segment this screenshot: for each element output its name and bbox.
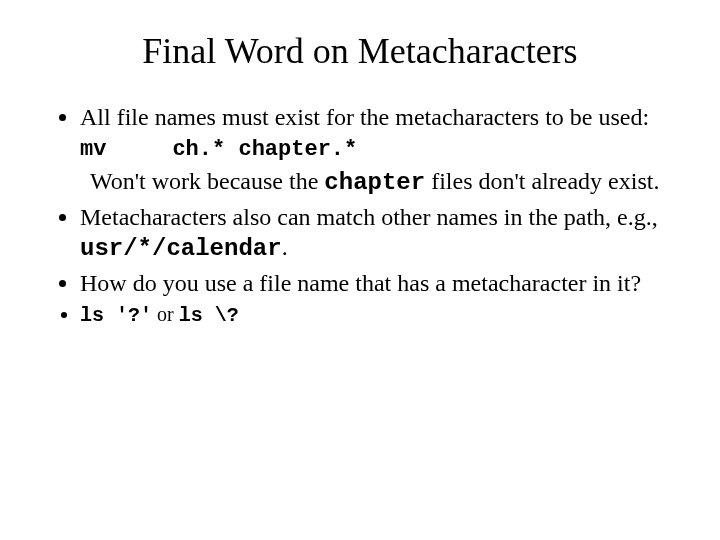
text-part: or (152, 303, 179, 325)
code-line: mv ch.* chapter.* (80, 136, 670, 164)
bullet-text: How do you use a file name that has a me… (80, 270, 641, 296)
list-item: How do you use a file name that has a me… (80, 268, 670, 298)
text-part: Metacharacters also can match other name… (80, 204, 658, 230)
list-item: Metacharacters also can match other name… (80, 202, 670, 264)
inline-code: chapter (324, 169, 425, 196)
code-args: ch.* chapter.* (172, 137, 357, 162)
text-part: . (282, 234, 288, 260)
text-part: Won't work because the (90, 168, 324, 194)
slide-title: Final Word on Metacharacters (50, 30, 670, 72)
list-item: All file names must exist for the metach… (80, 102, 670, 198)
inline-code: usr/*/calendar (80, 235, 282, 262)
explain-text: Won't work because the chapter files don… (84, 166, 670, 198)
bullet-text: All file names must exist for the metach… (80, 104, 649, 130)
list-item: ls '?' or ls \? (80, 302, 670, 328)
code-cmd: mv (80, 137, 106, 162)
inline-code: ls \? (179, 304, 239, 327)
inline-code: ls '?' (80, 304, 152, 327)
bullet-list: All file names must exist for the metach… (50, 102, 670, 328)
text-part: files don't already exist. (425, 168, 659, 194)
